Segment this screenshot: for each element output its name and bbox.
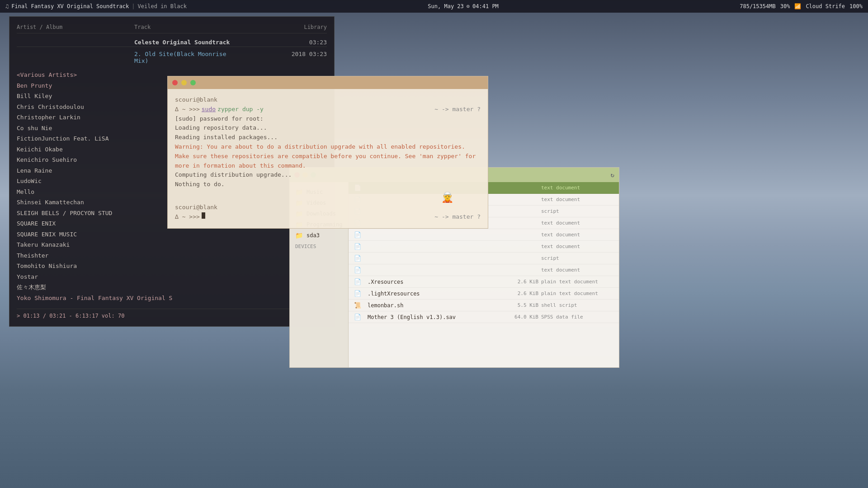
file-size: 2.6 KiB [502,279,538,285]
table-row[interactable]: 📄 text document [349,264,619,276]
list-item[interactable]: Yoko Shimomura - Final Fantasy XV Origin… [17,293,327,304]
prompt-symbol: ∆ ~ >>> [175,105,200,114]
terminal-warning: Warning: You are about to do a distribut… [175,142,481,170]
file-size: 64.0 KiB [502,314,538,320]
git-info-2: ~ -> master ? [434,212,481,222]
file-icon: 📄 [354,231,365,238]
folder-icon: 📁 [295,232,303,239]
table-row[interactable]: 📄 .Xresources 2.6 KiB plain text documen… [349,276,619,288]
track-album: Celeste Original Soundtrack [134,39,231,46]
file-size: 2.6 KiB [502,291,538,296]
topbar-center: Sun, May 23 ⊙ 04:41 PM [428,3,499,9]
terminal-dot-red[interactable] [172,80,178,85]
file-icon: 📄 [354,255,365,262]
file-name: .lightXresources [368,291,500,297]
terminal-content: scouri@blank ∆ ~ >>> sudo zypper dup -y … [168,89,488,228]
table-row[interactable]: 📄 .lightXresources 2.6 KiB plain text do… [349,288,619,300]
file-type: script [541,208,613,214]
topbar-wifi-icon: 📶 [794,3,801,9]
fm-refresh-icon[interactable]: ↻ [611,171,614,178]
music-col-artist: Artist / Album [17,24,134,30]
file-type: plain text document [541,291,613,296]
file-type: shell script [541,302,613,308]
prompt2-symbol: ∆ ~ >>> [175,212,200,222]
file-type: text document [541,244,613,249]
table-row[interactable]: 📜 lemonbar.sh 5.5 KiB shell script [349,300,619,311]
topbar-date: Sun, May 23 [428,3,463,9]
terminal-line-user: scouri@blank [175,95,481,105]
table-row[interactable]: 📄 Mother 3 (English v1.3).sav 64.0 KiB S… [349,311,619,323]
topbar-network: Cloud Strife [806,3,845,9]
topbar-title: Final Fantasy XV Original Soundtrack [11,3,129,9]
list-item[interactable]: Yostar [17,272,327,282]
track-lib-time: 03:23 [231,39,327,46]
file-size: 5.5 KiB [502,302,538,308]
git-info: ~ -> master ? [434,105,481,114]
topbar-cpu: 30% [780,3,790,9]
sidebar-item-label: sda3 [307,232,320,239]
track-sub-empty [17,51,134,64]
file-icon: 📄 [354,267,365,273]
file-icon: 📄 [354,243,365,250]
topbar-right: 785/15354MB 30% 📶 Cloud Strife 100% [740,3,863,9]
terminal-dot-green[interactable] [190,80,196,85]
terminal-sudo-line: [sudo] password for root: [175,114,481,124]
file-type: text document [541,267,613,273]
terminal-reading-line: Reading installed packages... [175,133,481,142]
terminal-dot-yellow[interactable] [181,80,187,85]
topbar-battery: 100% [849,3,863,9]
file-type: plain text document [541,279,613,285]
list-item[interactable]: Tomohito Nishiura [17,261,327,272]
list-item[interactable]: Theishter [17,250,327,261]
track-year-time: 2018 03:23 [231,51,327,64]
topbar-clock-icon: ⊙ [467,3,470,9]
terminal-cmd-line-1: ∆ ~ >>> sudo zypper dup -y ~ -> master ? [175,105,481,114]
terminal-loading-line: Loading repository data... [175,123,481,133]
terminal-computing: Computing distribution upgrade... [175,170,481,180]
now-playing: > 01:13 / 03:21 - 6:13:17 vol: 70 [17,309,327,319]
list-item[interactable]: 佐々木恵梨 [17,282,327,293]
file-type: text document [541,185,613,191]
table-row[interactable]: 📄 script [349,253,619,264]
topbar-separator: | [132,3,135,9]
file-icon: 📄 [354,314,365,320]
mascot-area: 🧝 [175,189,481,203]
file-type: script [541,255,613,261]
file-icon: 📄 [354,290,365,297]
table-row[interactable]: 📄 text document [349,241,619,253]
list-item[interactable]: SQUARE ENIX MUSIC [17,229,327,240]
devices-label: Devices [290,243,348,250]
terminal-titlebar [168,76,488,89]
sidebar-item-sda3[interactable]: 📁 sda3 [290,230,348,241]
cmd-sudo: sudo [202,105,216,114]
terminal-window: scouri@blank ∆ ~ >>> sudo zypper dup -y … [167,76,488,229]
file-name: lemonbar.sh [368,302,500,309]
music-header: Artist / Album Track Library [17,24,327,33]
terminal-cursor [202,212,205,219]
track-sub-row: 2. Old Site(Black Moonrise Mix) 2018 03:… [17,50,327,65]
file-name: .Xresources [368,279,500,285]
file-type: text document [541,197,613,202]
track-detail-row: Celeste Original Soundtrack 03:23 [17,38,327,47]
terminal-nothing: Nothing to do. [175,180,481,189]
topbar-time: 04:41 PM [472,3,499,9]
music-icon: ♫ [5,3,9,9]
file-icon: 📜 [354,302,365,309]
list-item[interactable]: Takeru Kanazaki [17,239,327,250]
file-type: text document [541,232,613,238]
table-row[interactable]: 📄 text document [349,229,619,241]
fm-sidebar-devices: Devices [290,243,348,250]
music-col-track: Track [134,24,231,30]
topbar-memory: 785/15354MB [740,3,775,9]
file-type: text document [541,220,613,226]
track-detail-empty [17,39,134,46]
topbar: ♫ Final Fantasy XV Original Soundtrack |… [0,0,868,13]
topbar-subtitle: Veiled in Black [138,3,187,9]
file-name: Mother 3 (English v1.3).sav [368,314,500,320]
file-type: SPSS data file [541,314,613,320]
file-icon: 📄 [354,278,365,285]
topbar-left: ♫ Final Fantasy XV Original Soundtrack |… [5,3,187,9]
music-col-library: Library [231,24,327,30]
cmd-rest: zypper dup -y [217,105,264,114]
terminal-prompt2-user: scouri@blank [175,203,481,212]
